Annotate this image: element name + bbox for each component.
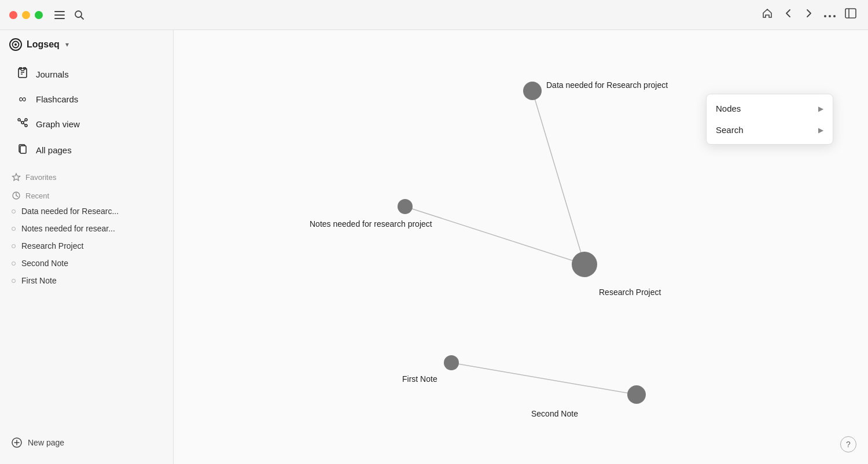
window-controls [9,11,43,19]
home-button[interactable] [762,8,773,22]
label-research-project: Research Project [599,288,661,297]
close-button[interactable] [9,11,17,19]
svg-point-7 [833,15,836,17]
svg-line-22 [20,120,21,121]
search-arrow-icon: ▶ [818,126,823,134]
recent-label: Recent [25,192,49,200]
context-menu-item-nodes[interactable]: Nodes ▶ [707,98,833,119]
menu-icon[interactable] [54,10,65,20]
svg-rect-26 [20,146,26,153]
titlebar-right-icons [762,8,856,22]
graph-view-icon [16,117,29,131]
svg-rect-8 [845,9,856,18]
all-pages-label: All pages [36,145,72,155]
context-menu-item-search[interactable]: Search ▶ [707,119,833,141]
journals-label: Journals [36,69,69,79]
titlebar-icons [54,10,84,20]
svg-point-21 [25,124,27,127]
svg-point-5 [824,15,826,17]
label-notes-needed: Notes needed for research project [310,219,432,229]
favorites-section: Favorites [0,165,173,184]
nodes-label: Nodes [716,104,741,113]
recent-list: Data needed for Researc... Notes needed … [0,202,173,289]
new-page-icon [12,437,22,448]
svg-point-19 [18,119,20,121]
more-button[interactable] [824,9,836,21]
logo-dropdown-arrow: ▾ [65,40,69,49]
label-second-note: Second Note [531,409,578,418]
label-data-needed: Data needed for Research project [546,80,668,90]
recent-item-label: Second Note [21,259,68,268]
favorites-icon [12,172,21,182]
flashcards-label: Flashcards [36,94,78,104]
recent-section-title: Recent [0,184,173,202]
recent-dot [12,279,16,283]
svg-rect-2 [54,18,65,19]
new-page-label: New page [28,438,64,447]
nodes-arrow-icon: ▶ [818,105,823,113]
new-page-button[interactable]: New page [12,437,64,448]
node-first-note[interactable] [444,355,459,370]
svg-rect-0 [54,11,65,12]
sidebar-footer: New page [0,430,173,455]
recent-item-label: Research Project [21,241,83,251]
favorites-label: Favorites [25,173,56,182]
recent-dot [12,262,16,266]
main-layout: Logseq ▾ Journals [0,30,868,464]
logseq-label: Logseq [27,39,60,50]
svg-line-4 [81,16,84,19]
forward-button[interactable] [803,8,815,22]
minimize-button[interactable] [22,11,30,19]
svg-point-20 [25,119,27,121]
help-button[interactable]: ? [840,436,856,452]
back-button[interactable] [782,8,794,22]
edge-notes-needed-research [405,207,584,264]
recent-item-label: Notes needed for resear... [21,224,115,233]
sidebar-item-graph-view[interactable]: Graph view [5,111,168,137]
svg-line-24 [23,123,25,124]
node-research-project[interactable] [572,252,597,277]
label-first-note: First Note [402,374,437,384]
context-menu: Nodes ▶ Search ▶ [706,94,833,145]
svg-line-23 [23,120,25,121]
graph-view-label: Graph view [36,119,80,129]
svg-point-6 [829,15,831,17]
sidebar-item-journals[interactable]: Journals [5,61,168,87]
maximize-button[interactable] [35,11,43,19]
recent-dot [12,209,16,213]
svg-line-29 [16,196,18,197]
content-area: Data needed for Research project Notes n… [174,30,868,464]
all-pages-icon [16,143,29,157]
sidebar-item-flashcards[interactable]: ∞ Flashcards [5,87,168,111]
recent-dot [12,227,16,231]
recent-item-second-note[interactable]: Second Note [5,255,168,272]
node-data-needed[interactable] [523,82,542,100]
flashcards-icon: ∞ [16,93,29,105]
svg-point-11 [14,43,17,46]
sidebar: Logseq ▾ Journals [0,30,174,464]
recent-item-first-note[interactable]: First Note [5,272,168,289]
search-icon[interactable] [74,10,84,20]
node-second-note[interactable] [627,385,646,404]
titlebar [0,0,868,30]
logseq-logo-icon [9,38,22,51]
node-notes-needed[interactable] [398,199,413,214]
recent-item-data-needed[interactable]: Data needed for Researc... [5,202,168,220]
sidebar-toggle-button[interactable] [845,8,856,21]
edge-data-needed-research [532,91,584,264]
recent-item-notes-needed[interactable]: Notes needed for resear... [5,220,168,237]
svg-rect-1 [54,14,65,16]
search-label: Search [716,125,744,135]
recent-icon [12,191,21,200]
sidebar-item-all-pages[interactable]: All pages [5,137,168,163]
sidebar-header[interactable]: Logseq ▾ [0,30,173,59]
recent-item-label: Data needed for Researc... [21,207,119,216]
edge-first-second-note [451,363,637,395]
recent-dot [12,244,16,248]
journals-icon [16,67,29,82]
recent-item-label: First Note [21,276,57,285]
recent-item-research-project[interactable]: Research Project [5,237,168,255]
sidebar-nav: Journals ∞ Flashcards [0,59,173,165]
